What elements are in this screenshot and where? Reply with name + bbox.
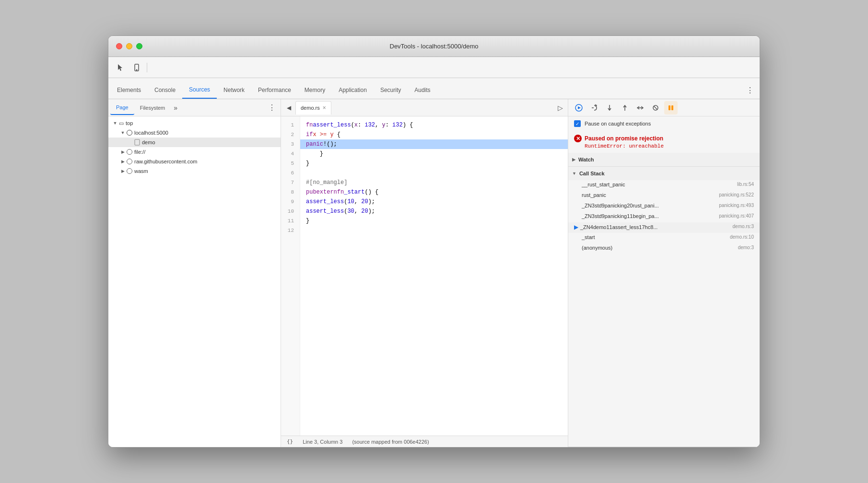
tree-arrow-localhost: ▼ [120, 130, 126, 136]
tree-item-raw[interactable]: ▶ raw.githubusercontent.com [108, 157, 281, 166]
panel-tab-page[interactable]: Page [110, 101, 134, 115]
svg-rect-12 [671, 105, 673, 110]
tab-performance[interactable]: Performance [251, 81, 298, 99]
panel-tabs: Page Filesystem » ⋮ [108, 99, 281, 116]
panel-tabs-more[interactable]: » [171, 104, 180, 112]
tree-arrow-top: ▼ [112, 120, 118, 126]
titlebar: DevTools - localhost:5000/demo [108, 36, 760, 57]
step-out-button[interactable] [618, 101, 632, 115]
code-content: fn assert_less(x: i32, y: i32) { if x >=… [300, 116, 568, 436]
call-stack-item[interactable]: ▶_ZN4demo11assert_less17hc8...demo.rs:3 [568, 222, 760, 233]
cursor-icon[interactable] [113, 60, 128, 75]
call-stack-item[interactable]: _ZN3std9panicking11begin_pa...panicking.… [568, 212, 760, 222]
domain-icon-localhost [127, 130, 132, 136]
tree-item-top[interactable]: ▼ ▭ top [108, 118, 281, 128]
traffic-lights [116, 43, 142, 49]
watch-section: ▶ Watch [568, 153, 760, 167]
pause-on-exceptions-row: ✓ Pause on caught exceptions [568, 116, 760, 131]
editor-tab-close[interactable]: × [323, 105, 326, 111]
call-stack-header[interactable]: ▼ Call Stack [568, 167, 760, 180]
editor-run-button[interactable]: ▷ [554, 102, 566, 114]
paused-title: ✕ Paused on promise rejection [574, 135, 754, 142]
tab-console[interactable]: Console [148, 81, 182, 99]
pause-exceptions-checkbox[interactable]: ✓ [574, 120, 581, 127]
call-fn-name: _ZN3std9panicking20rust_pani... [582, 203, 659, 208]
code-line-6 [300, 168, 568, 178]
watch-header[interactable]: ▶ Watch [568, 153, 760, 166]
step-button[interactable] [633, 101, 647, 115]
call-stack-item[interactable]: __rust_start_paniclib.rs:54 [568, 180, 760, 191]
panel-menu-button[interactable]: ⋮ [265, 103, 279, 112]
svg-line-10 [654, 106, 657, 110]
call-fn-name: _start [582, 234, 595, 240]
paused-banner: ✕ Paused on promise rejection RuntimeErr… [568, 131, 760, 153]
line-num-3: 3 [285, 139, 294, 149]
tree-item-wasm[interactable]: ▶ wasm [108, 166, 281, 176]
devtools-window: DevTools - localhost:5000/demo Elements … [108, 35, 760, 448]
call-stack-item[interactable]: _ZN3std9panicking20rust_pani...panicking… [568, 201, 760, 212]
paused-message: RuntimeError: unreachable [574, 143, 754, 149]
tab-application[interactable]: Application [332, 81, 374, 99]
tab-audits[interactable]: Audits [408, 81, 437, 99]
call-stack-item[interactable]: _startdemo.rs:10 [568, 233, 760, 243]
toolbar-separator [147, 63, 147, 72]
code-line-11: } [300, 216, 568, 226]
center-panel: ◀ demo.rs × ▷ 1 2 3 4 5 6 7 8 9 [281, 99, 568, 447]
resume-button[interactable] [572, 101, 586, 115]
format-button[interactable]: {} [287, 438, 293, 445]
left-panel: Page Filesystem » ⋮ ▼ ▭ top [108, 99, 281, 447]
tree-item-file[interactable]: ▶ file:// [108, 147, 281, 157]
svg-rect-2 [135, 139, 140, 145]
call-fn-name: (anonymous) [582, 245, 612, 251]
tab-sources[interactable]: Sources [182, 81, 217, 99]
error-icon: ✕ [574, 135, 582, 142]
line-num-6: 6 [285, 168, 294, 178]
minimize-button[interactable] [126, 43, 132, 49]
tab-elements[interactable]: Elements [110, 81, 148, 99]
line-num-1: 1 [285, 120, 294, 130]
tab-security[interactable]: Security [374, 81, 408, 99]
status-bar: {} Line 3, Column 3 (source mapped from … [281, 436, 568, 447]
tabs-more-button[interactable]: ⋮ [742, 81, 758, 99]
line-num-2: 2 [285, 130, 294, 139]
domain-icon-raw [127, 159, 132, 164]
step-over-button[interactable] [587, 101, 601, 115]
call-fn-loc: panicking.rs:407 [719, 213, 754, 218]
pause-exceptions-button[interactable] [664, 101, 678, 115]
code-line-3: panic!(); [300, 139, 568, 149]
line-num-4: 4 [285, 149, 294, 159]
close-button[interactable] [116, 43, 122, 49]
call-stack-item[interactable]: (anonymous)demo:3 [568, 243, 760, 254]
code-line-12 [300, 226, 568, 235]
right-panel: ✓ Pause on caught exceptions ✕ Paused on… [568, 99, 760, 447]
tree-item-localhost[interactable]: ▼ localhost:5000 [108, 128, 281, 138]
status-line-col: Line 3, Column 3 [303, 439, 342, 445]
line-num-12: 12 [285, 226, 294, 235]
line-num-10: 10 [285, 207, 294, 216]
maximize-button[interactable] [136, 43, 142, 49]
editor-tab-nav-back[interactable]: ◀ [283, 102, 294, 114]
domain-icon-file [127, 149, 132, 155]
call-fn-loc: lib.rs:54 [737, 182, 754, 187]
tab-memory[interactable]: Memory [298, 81, 332, 99]
mobile-icon[interactable] [129, 60, 144, 75]
call-fn-name: __rust_start_panic [582, 182, 625, 187]
tab-network[interactable]: Network [217, 81, 251, 99]
call-fn-loc: demo.rs:10 [730, 234, 754, 240]
call-stack-item[interactable]: rust_panicpanicking.rs:522 [568, 191, 760, 201]
devtools-toolbar [108, 57, 760, 78]
domain-icon-wasm [127, 168, 132, 174]
main-content: Page Filesystem » ⋮ ▼ ▭ top [108, 99, 760, 447]
line-numbers: 1 2 3 4 5 6 7 8 9 10 11 12 [281, 116, 300, 436]
line-num-8: 8 [285, 187, 294, 197]
call-fn-loc: demo:3 [738, 245, 754, 250]
step-into-button[interactable] [603, 101, 616, 115]
code-editor[interactable]: 1 2 3 4 5 6 7 8 9 10 11 12 fn assert_les… [281, 116, 568, 436]
code-line-10: assert_less(30, 20); [300, 207, 568, 216]
file-tree: ▼ ▭ top ▼ localhost:5000 ▶ [108, 116, 281, 447]
folder-icon-top: ▭ [119, 120, 124, 126]
tree-item-demo[interactable]: ▶ demo [108, 138, 281, 147]
editor-tab-demo[interactable]: demo.rs × [295, 101, 331, 115]
deactivate-button[interactable] [649, 101, 662, 115]
panel-tab-filesystem[interactable]: Filesystem [134, 101, 171, 115]
